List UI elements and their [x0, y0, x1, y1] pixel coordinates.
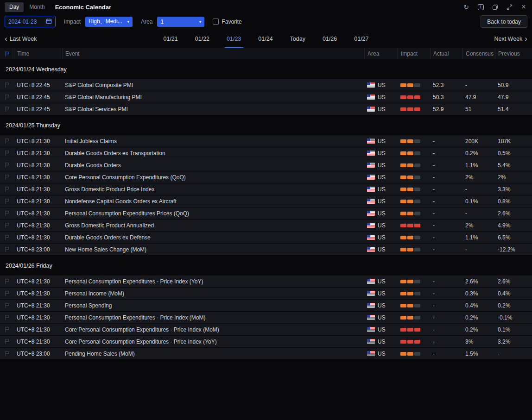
event-row[interactable]: UTC+8 21:30 Core Personal Consumption Ex… [0, 171, 532, 183]
event-row[interactable]: UTC+8 21:30 Initial Jobless Claims US - … [0, 135, 532, 147]
restore-window-icon[interactable] [491, 3, 499, 11]
tab-month[interactable]: Month [25, 2, 49, 12]
event-row[interactable]: UTC+8 21:30 Personal Income (MoM) US - 0… [0, 288, 532, 300]
area-label-text: US [378, 222, 386, 229]
bookmark-icon[interactable] [4, 234, 10, 240]
refresh-icon[interactable]: ↻ [462, 3, 470, 11]
bookmark-icon[interactable] [4, 314, 10, 320]
bookmark-icon[interactable] [4, 351, 10, 357]
expand-icon[interactable] [506, 3, 513, 11]
bookmark-icon[interactable] [4, 290, 10, 296]
close-icon[interactable]: × [520, 3, 527, 11]
impact-segment [400, 212, 406, 215]
bookmark-icon[interactable] [4, 222, 10, 228]
event-time: UTC+8 21:30 [14, 135, 62, 147]
us-flag-icon [367, 291, 375, 296]
bookmark-icon[interactable] [4, 150, 10, 156]
event-row[interactable]: UTC+8 21:30 Durable Goods Orders ex Defe… [0, 232, 532, 244]
event-row[interactable]: UTC+8 21:30 Core Personal Consumption Ex… [0, 324, 532, 336]
bookmark-icon[interactable] [4, 106, 10, 112]
event-time: UTC+8 21:30 [14, 159, 62, 171]
impact-segment [407, 328, 413, 332]
next-week-button[interactable]: Next Week › [494, 35, 527, 43]
event-row[interactable]: UTC+8 22:45 S&P Global Manufacturing PMI… [0, 91, 532, 103]
bookmark-icon[interactable] [4, 326, 10, 332]
event-row[interactable]: UTC+8 21:30 Personal Consumption Expendi… [0, 207, 532, 219]
area-label-text: US [378, 351, 386, 357]
bookmark-icon[interactable] [4, 174, 10, 180]
week-day-01-23[interactable]: 01/23 [224, 29, 244, 48]
tab-day[interactable]: Day [5, 2, 24, 12]
bookmark-icon[interactable] [4, 210, 10, 216]
event-time: UTC+8 21:30 [14, 300, 62, 311]
impact-segment [400, 292, 406, 295]
event-row[interactable]: UTC+8 21:30 Durable Goods Orders US - 1.… [0, 159, 532, 171]
event-area: US [364, 312, 398, 323]
event-row[interactable]: UTC+8 22:45 S&P Global Services PMI US 5… [0, 103, 532, 115]
event-actual: - [430, 324, 462, 335]
week-day-today[interactable]: Today [287, 29, 308, 48]
bookmark-icon[interactable] [4, 162, 10, 168]
bookmark-icon[interactable] [4, 82, 10, 88]
us-flag-icon [367, 327, 375, 332]
impact-segment [400, 200, 406, 203]
bookmark-icon[interactable] [4, 278, 10, 284]
event-name: Personal Consumption Expenditures - Pric… [62, 312, 364, 323]
event-row[interactable]: UTC+8 21:30 Gross Domestic Product Price… [0, 183, 532, 195]
impact-select[interactable]: High、Medi... ▾ [85, 17, 133, 27]
event-consensus: - [462, 79, 495, 91]
event-actual: - [430, 207, 462, 219]
chevron-down-icon: ▾ [127, 19, 129, 24]
impact-segment [407, 236, 413, 239]
impact-segment [400, 95, 406, 99]
event-consensus: 0.2% [462, 324, 495, 335]
date-picker[interactable]: 2024-01-23 [5, 16, 56, 27]
bookmark-icon[interactable] [4, 186, 10, 192]
event-row[interactable]: UTC+8 21:30 Personal Consumption Expendi… [0, 276, 532, 288]
bookmark-icon[interactable] [4, 246, 10, 252]
last-week-button[interactable]: ‹ Last Week [5, 35, 37, 43]
impact-segment [407, 212, 413, 215]
back-to-today-button[interactable]: Back to today [481, 15, 527, 28]
bookmark-icon[interactable] [4, 94, 10, 100]
impact-indicator [398, 207, 430, 219]
favorite-checkbox[interactable] [213, 19, 219, 25]
event-time: UTC+8 21:30 [14, 276, 62, 287]
event-row[interactable]: UTC+8 23:00 New Home Sales Change (MoM) … [0, 244, 532, 256]
event-time: UTC+8 21:30 [14, 207, 62, 219]
week-day-01-22[interactable]: 01/22 [192, 29, 212, 48]
week-day-01-21[interactable]: 01/21 [160, 29, 180, 48]
impact-indicator [398, 159, 430, 171]
event-row[interactable]: UTC+8 21:30 Personal Consumption Expendi… [0, 312, 532, 324]
impact-indicator [398, 91, 430, 103]
area-select[interactable]: 1 ▾ [157, 17, 204, 27]
event-row[interactable]: UTC+8 21:30 Gross Domestic Product Annua… [0, 219, 532, 232]
week-day-01-24[interactable]: 01/24 [255, 29, 275, 48]
event-row[interactable]: UTC+8 23:00 Pending Home Sales (MoM) US … [0, 348, 532, 360]
bookmark-icon[interactable] [4, 339, 10, 345]
bookmark-icon[interactable] [4, 302, 10, 308]
bookmark-icon[interactable] [4, 198, 10, 204]
event-name: S&P Global Manufacturing PMI [62, 91, 364, 103]
event-actual: 50.3 [430, 91, 462, 103]
event-name: S&P Global Composite PMI [62, 79, 364, 91]
bookmark-icon[interactable] [4, 138, 10, 144]
area-label-text: US [378, 162, 386, 169]
column-header-event: Event [62, 48, 364, 59]
impact-filter-label: Impact [64, 19, 81, 25]
layout-count-icon[interactable]: 1 [477, 3, 484, 11]
event-row[interactable]: UTC+8 21:30 Core Personal Consumption Ex… [0, 336, 532, 348]
week-day-01-26[interactable]: 01/26 [320, 29, 340, 48]
event-time: UTC+8 23:00 [14, 348, 62, 359]
column-header-consensus: Consensus [462, 48, 495, 59]
event-row[interactable]: UTC+8 22:45 S&P Global Composite PMI US … [0, 79, 532, 91]
event-row[interactable]: UTC+8 21:30 Durable Goods Orders ex Tran… [0, 147, 532, 159]
event-row[interactable]: UTC+8 21:30 Personal Spending US - 0.4% … [0, 300, 532, 312]
event-area: US [364, 219, 398, 231]
event-consensus: 0.2% [462, 312, 495, 323]
us-flag-icon [367, 150, 375, 156]
week-day-01-27[interactable]: 01/27 [351, 29, 371, 48]
event-row[interactable]: UTC+8 21:30 Nondefense Capital Goods Ord… [0, 195, 532, 207]
favorite-filter[interactable]: Favorite [213, 19, 241, 25]
bookmark-cell [0, 244, 14, 255]
